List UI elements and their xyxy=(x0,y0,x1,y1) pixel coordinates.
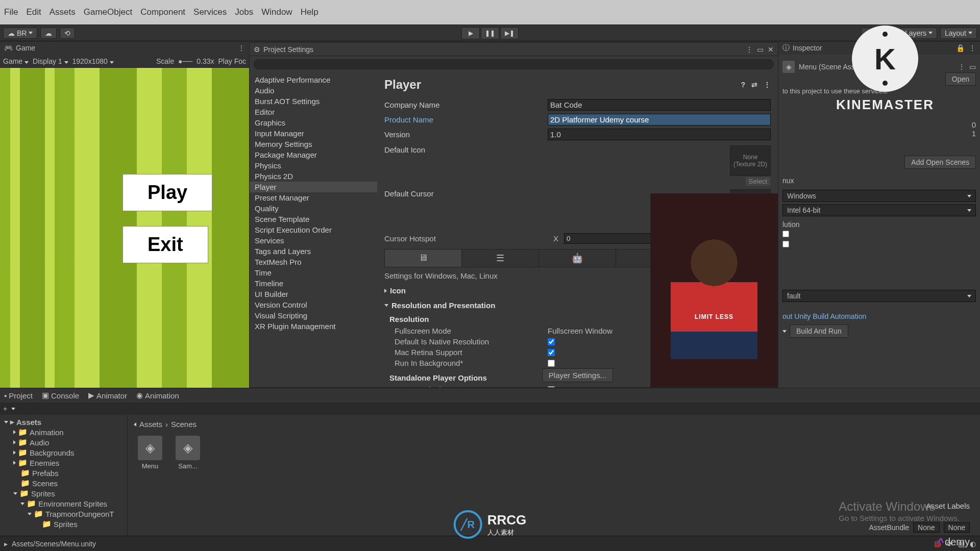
build-automation-link[interactable]: out Unity Build Automation xyxy=(782,312,976,320)
runbg-checkbox[interactable] xyxy=(548,360,555,367)
asset-bundle-variant[interactable]: None xyxy=(944,522,970,533)
breadcrumb-scenes[interactable]: Scenes xyxy=(171,420,197,429)
scale-slider[interactable]: ●── xyxy=(178,57,192,65)
checkbox-b[interactable] xyxy=(782,241,789,247)
animation-tab[interactable]: ◉Animation xyxy=(136,391,179,400)
hotspot-x-input[interactable] xyxy=(564,233,659,244)
account-button[interactable]: ☁ BR xyxy=(3,28,37,39)
sidebar-scene-template[interactable]: Scene Template xyxy=(250,214,377,224)
tree-env-sprites[interactable]: 📁Environment Sprites xyxy=(0,498,127,509)
tree-trapmoor[interactable]: 📁TrapmoorDungeonT xyxy=(0,509,127,519)
version-input[interactable] xyxy=(548,129,771,140)
tree-scenes[interactable]: 📁Scenes xyxy=(0,478,127,488)
kebab-icon[interactable]: ⋮ xyxy=(764,81,771,89)
asset-sample[interactable]: ◈ Sam... xyxy=(174,436,202,470)
resolution-dropdown[interactable]: 980x551 xyxy=(72,57,114,65)
play-button[interactable]: ▶ xyxy=(461,27,480,39)
chevron-down-icon[interactable] xyxy=(782,330,787,333)
player-settings-button[interactable]: Player Settings... xyxy=(542,368,613,382)
fullscreen-mode-value[interactable]: Fullscreen Window xyxy=(548,327,612,335)
sidebar-physics[interactable]: Physics xyxy=(250,160,377,171)
arch-dropdown[interactable]: Intel 64-bit xyxy=(782,204,976,216)
tree-assets[interactable]: ▸ Assets xyxy=(0,417,127,427)
retina-checkbox[interactable] xyxy=(548,349,555,356)
animator-tab[interactable]: ▶Animator xyxy=(88,391,127,400)
platform-android[interactable]: 🤖 xyxy=(539,249,616,267)
select-icon-button[interactable]: Select xyxy=(746,177,770,186)
menu-file[interactable]: File xyxy=(4,7,18,17)
sidebar-ui-builder[interactable]: UI Builder xyxy=(250,289,377,299)
tree-sprites[interactable]: 📁Sprites xyxy=(0,488,127,498)
kebab-icon[interactable]: ⋮ xyxy=(969,44,976,52)
open-button[interactable]: Open xyxy=(945,72,976,86)
sidebar-editor[interactable]: Editor xyxy=(250,107,377,117)
menu-services[interactable]: Services xyxy=(193,7,227,17)
platform-standalone[interactable]: 🖥 xyxy=(385,249,462,267)
sidebar-audio[interactable]: Audio xyxy=(250,85,377,96)
preset-icon[interactable]: ⇄ xyxy=(751,81,757,89)
project-tab[interactable]: ▪Project xyxy=(4,391,33,400)
kebab-icon[interactable]: ⋮ xyxy=(958,63,965,71)
progress-icon[interactable]: ◐ xyxy=(970,540,976,548)
tree-enemies[interactable]: 📁Enemies xyxy=(0,458,127,468)
menu-window[interactable]: Window xyxy=(261,7,292,17)
pause-button[interactable]: ❚❚ xyxy=(481,27,499,39)
game-mode-dropdown[interactable]: Game xyxy=(3,57,29,65)
native-res-checkbox[interactable] xyxy=(548,338,555,345)
sidebar-adaptive-performance[interactable]: Adaptive Performance xyxy=(250,74,377,85)
tree-audio[interactable]: 📁Audio xyxy=(0,437,127,447)
tree-backgrounds[interactable]: 📁Backgrounds xyxy=(0,447,127,458)
game-play-button[interactable]: Play xyxy=(122,174,212,211)
chevron-down-icon[interactable] xyxy=(11,408,15,410)
display-dropdown[interactable]: Display 1 xyxy=(33,57,68,65)
help-icon[interactable]: ? xyxy=(741,81,745,89)
menu-assets[interactable]: Assets xyxy=(50,7,76,17)
build-and-run-button[interactable]: Build And Run xyxy=(790,324,848,338)
asset-bundle-dropdown[interactable]: None xyxy=(913,522,939,533)
square-icon[interactable]: ▭ xyxy=(969,63,976,71)
sidebar-script-exec[interactable]: Script Execution Order xyxy=(250,224,377,235)
close-icon[interactable]: ✕ xyxy=(768,45,774,54)
sidebar-package-manager[interactable]: Package Manager xyxy=(250,149,377,160)
sidebar-player[interactable]: Player xyxy=(250,182,377,192)
sidebar-tags-layers[interactable]: Tags and Layers xyxy=(250,246,377,257)
product-name-input[interactable] xyxy=(548,114,771,126)
sidebar-version-control[interactable]: Version Control xyxy=(250,299,377,310)
maximize-icon[interactable]: ▭ xyxy=(757,45,764,54)
layout-dropdown[interactable]: Layout xyxy=(940,28,977,39)
checkbox-a[interactable] xyxy=(782,231,789,237)
console-tab[interactable]: ▣Console xyxy=(42,391,79,400)
sidebar-preset-manager[interactable]: Preset Manager xyxy=(250,192,377,203)
sidebar-timeline[interactable]: Timeline xyxy=(250,278,377,289)
tree-animation[interactable]: 📁Animation xyxy=(0,427,127,437)
company-name-input[interactable] xyxy=(548,99,771,111)
kebab-icon[interactable]: ⋮ xyxy=(238,44,245,52)
menu-component[interactable]: Component xyxy=(140,7,185,17)
game-exit-button[interactable]: Exit xyxy=(122,226,208,263)
capture-checkbox[interactable] xyxy=(548,386,555,388)
menu-gameobject[interactable]: GameObject xyxy=(84,7,132,17)
sidebar-xr-plugin[interactable]: XR Plugin Management xyxy=(250,321,377,332)
sidebar-memory[interactable]: Memory Settings xyxy=(250,139,377,149)
add-button[interactable]: + xyxy=(3,405,7,413)
tree-prefabs[interactable]: 📁Prefabs xyxy=(0,468,127,478)
sidebar-input-manager[interactable]: Input Manager xyxy=(250,128,377,139)
cloud-button[interactable]: ☁ xyxy=(40,28,57,39)
sidebar-graphics[interactable]: Graphics xyxy=(250,117,377,128)
default-icon-picker[interactable]: None (Texture 2D) Select xyxy=(730,145,771,176)
menu-edit[interactable]: Edit xyxy=(26,7,41,17)
default-dropdown[interactable]: fault xyxy=(782,290,976,302)
sidebar-physics-2d[interactable]: Physics 2D xyxy=(250,171,377,182)
asset-menu[interactable]: ◈ Menu xyxy=(136,436,164,470)
sidebar-visual-scripting[interactable]: Visual Scripting xyxy=(250,310,377,321)
lock-icon[interactable]: 🔒 xyxy=(956,44,965,52)
play-focused[interactable]: Play Foc xyxy=(218,57,246,65)
sidebar-time[interactable]: Time xyxy=(250,267,377,278)
back-icon[interactable] xyxy=(134,422,136,427)
menu-help[interactable]: Help xyxy=(301,7,318,17)
platform-server[interactable]: ☰ xyxy=(462,249,539,267)
sidebar-burst[interactable]: Burst AOT Settings xyxy=(250,96,377,107)
breadcrumb-assets[interactable]: Assets xyxy=(139,420,162,429)
tree-sprites2[interactable]: 📁Sprites xyxy=(0,519,127,529)
add-open-scenes-button[interactable]: Add Open Scenes xyxy=(904,156,976,169)
